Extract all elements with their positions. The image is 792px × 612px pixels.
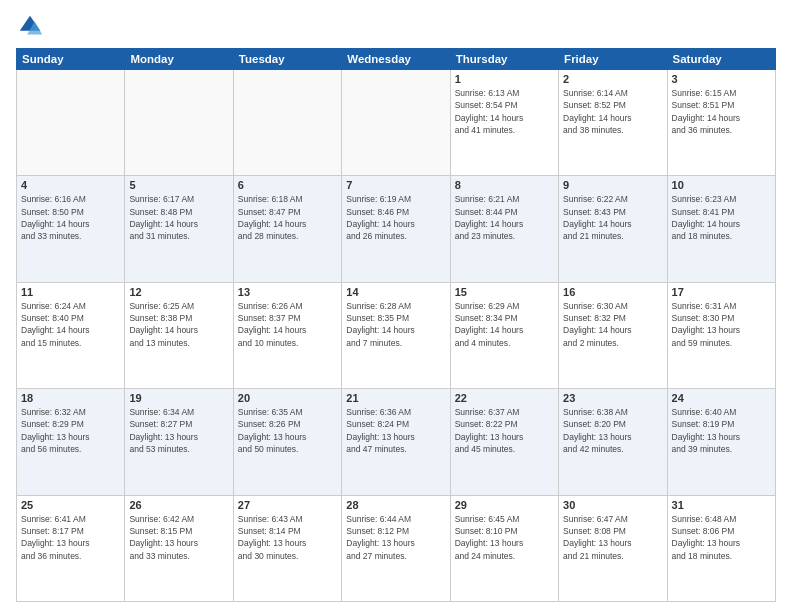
calendar-cell-4-2: 19Sunrise: 6:34 AM Sunset: 8:27 PM Dayli… [125,389,233,495]
day-detail: Sunrise: 6:44 AM Sunset: 8:12 PM Dayligh… [346,513,445,562]
day-detail: Sunrise: 6:19 AM Sunset: 8:46 PM Dayligh… [346,193,445,242]
calendar-header-wednesday: Wednesday [342,49,450,70]
calendar-cell-1-5: 1Sunrise: 6:13 AM Sunset: 8:54 PM Daylig… [450,70,558,176]
day-number: 29 [455,499,554,511]
calendar-cell-2-1: 4Sunrise: 6:16 AM Sunset: 8:50 PM Daylig… [17,176,125,282]
day-detail: Sunrise: 6:30 AM Sunset: 8:32 PM Dayligh… [563,300,662,349]
day-detail: Sunrise: 6:14 AM Sunset: 8:52 PM Dayligh… [563,87,662,136]
calendar-cell-5-1: 25Sunrise: 6:41 AM Sunset: 8:17 PM Dayli… [17,495,125,601]
calendar-header-sunday: Sunday [17,49,125,70]
calendar-header-row: SundayMondayTuesdayWednesdayThursdayFrid… [17,49,776,70]
day-number: 14 [346,286,445,298]
day-detail: Sunrise: 6:22 AM Sunset: 8:43 PM Dayligh… [563,193,662,242]
day-detail: Sunrise: 6:34 AM Sunset: 8:27 PM Dayligh… [129,406,228,455]
day-number: 15 [455,286,554,298]
day-detail: Sunrise: 6:45 AM Sunset: 8:10 PM Dayligh… [455,513,554,562]
calendar-cell-1-6: 2Sunrise: 6:14 AM Sunset: 8:52 PM Daylig… [559,70,667,176]
day-detail: Sunrise: 6:31 AM Sunset: 8:30 PM Dayligh… [672,300,771,349]
day-number: 17 [672,286,771,298]
day-number: 31 [672,499,771,511]
day-detail: Sunrise: 6:32 AM Sunset: 8:29 PM Dayligh… [21,406,120,455]
day-number: 28 [346,499,445,511]
day-detail: Sunrise: 6:26 AM Sunset: 8:37 PM Dayligh… [238,300,337,349]
calendar-cell-5-2: 26Sunrise: 6:42 AM Sunset: 8:15 PM Dayli… [125,495,233,601]
day-number: 3 [672,73,771,85]
day-detail: Sunrise: 6:21 AM Sunset: 8:44 PM Dayligh… [455,193,554,242]
day-detail: Sunrise: 6:48 AM Sunset: 8:06 PM Dayligh… [672,513,771,562]
day-number: 20 [238,392,337,404]
calendar-cell-1-7: 3Sunrise: 6:15 AM Sunset: 8:51 PM Daylig… [667,70,775,176]
calendar-week-3: 11Sunrise: 6:24 AM Sunset: 8:40 PM Dayli… [17,282,776,388]
day-number: 21 [346,392,445,404]
day-number: 24 [672,392,771,404]
calendar-header-thursday: Thursday [450,49,558,70]
day-detail: Sunrise: 6:47 AM Sunset: 8:08 PM Dayligh… [563,513,662,562]
day-number: 18 [21,392,120,404]
day-detail: Sunrise: 6:24 AM Sunset: 8:40 PM Dayligh… [21,300,120,349]
calendar-cell-1-1 [17,70,125,176]
calendar-cell-4-1: 18Sunrise: 6:32 AM Sunset: 8:29 PM Dayli… [17,389,125,495]
page: SundayMondayTuesdayWednesdayThursdayFrid… [0,0,792,612]
calendar-header-monday: Monday [125,49,233,70]
day-detail: Sunrise: 6:42 AM Sunset: 8:15 PM Dayligh… [129,513,228,562]
day-detail: Sunrise: 6:13 AM Sunset: 8:54 PM Dayligh… [455,87,554,136]
calendar-week-2: 4Sunrise: 6:16 AM Sunset: 8:50 PM Daylig… [17,176,776,282]
day-number: 19 [129,392,228,404]
day-number: 5 [129,179,228,191]
day-number: 26 [129,499,228,511]
calendar-cell-5-7: 31Sunrise: 6:48 AM Sunset: 8:06 PM Dayli… [667,495,775,601]
day-number: 4 [21,179,120,191]
calendar-cell-3-7: 17Sunrise: 6:31 AM Sunset: 8:30 PM Dayli… [667,282,775,388]
header [16,12,776,40]
day-number: 12 [129,286,228,298]
logo-icon [16,12,44,40]
calendar-cell-4-5: 22Sunrise: 6:37 AM Sunset: 8:22 PM Dayli… [450,389,558,495]
day-detail: Sunrise: 6:18 AM Sunset: 8:47 PM Dayligh… [238,193,337,242]
calendar-cell-2-7: 10Sunrise: 6:23 AM Sunset: 8:41 PM Dayli… [667,176,775,282]
calendar-cell-2-5: 8Sunrise: 6:21 AM Sunset: 8:44 PM Daylig… [450,176,558,282]
day-number: 11 [21,286,120,298]
day-number: 25 [21,499,120,511]
calendar-cell-3-3: 13Sunrise: 6:26 AM Sunset: 8:37 PM Dayli… [233,282,341,388]
day-number: 9 [563,179,662,191]
day-detail: Sunrise: 6:43 AM Sunset: 8:14 PM Dayligh… [238,513,337,562]
day-number: 13 [238,286,337,298]
calendar-cell-5-4: 28Sunrise: 6:44 AM Sunset: 8:12 PM Dayli… [342,495,450,601]
day-number: 23 [563,392,662,404]
calendar-cell-2-4: 7Sunrise: 6:19 AM Sunset: 8:46 PM Daylig… [342,176,450,282]
logo [16,12,48,40]
calendar-cell-1-3 [233,70,341,176]
calendar-cell-5-3: 27Sunrise: 6:43 AM Sunset: 8:14 PM Dayli… [233,495,341,601]
calendar-cell-1-2 [125,70,233,176]
calendar-cell-3-4: 14Sunrise: 6:28 AM Sunset: 8:35 PM Dayli… [342,282,450,388]
day-detail: Sunrise: 6:23 AM Sunset: 8:41 PM Dayligh… [672,193,771,242]
day-detail: Sunrise: 6:35 AM Sunset: 8:26 PM Dayligh… [238,406,337,455]
day-number: 22 [455,392,554,404]
day-detail: Sunrise: 6:41 AM Sunset: 8:17 PM Dayligh… [21,513,120,562]
day-number: 6 [238,179,337,191]
calendar-cell-2-2: 5Sunrise: 6:17 AM Sunset: 8:48 PM Daylig… [125,176,233,282]
calendar-cell-1-4 [342,70,450,176]
calendar-table: SundayMondayTuesdayWednesdayThursdayFrid… [16,48,776,602]
calendar-cell-3-2: 12Sunrise: 6:25 AM Sunset: 8:38 PM Dayli… [125,282,233,388]
calendar-header-saturday: Saturday [667,49,775,70]
day-number: 8 [455,179,554,191]
calendar-cell-2-6: 9Sunrise: 6:22 AM Sunset: 8:43 PM Daylig… [559,176,667,282]
day-detail: Sunrise: 6:37 AM Sunset: 8:22 PM Dayligh… [455,406,554,455]
calendar-header-tuesday: Tuesday [233,49,341,70]
calendar-cell-4-4: 21Sunrise: 6:36 AM Sunset: 8:24 PM Dayli… [342,389,450,495]
day-detail: Sunrise: 6:15 AM Sunset: 8:51 PM Dayligh… [672,87,771,136]
calendar-cell-5-5: 29Sunrise: 6:45 AM Sunset: 8:10 PM Dayli… [450,495,558,601]
calendar-week-5: 25Sunrise: 6:41 AM Sunset: 8:17 PM Dayli… [17,495,776,601]
day-detail: Sunrise: 6:40 AM Sunset: 8:19 PM Dayligh… [672,406,771,455]
day-number: 30 [563,499,662,511]
day-number: 2 [563,73,662,85]
day-detail: Sunrise: 6:17 AM Sunset: 8:48 PM Dayligh… [129,193,228,242]
calendar-cell-4-3: 20Sunrise: 6:35 AM Sunset: 8:26 PM Dayli… [233,389,341,495]
day-detail: Sunrise: 6:29 AM Sunset: 8:34 PM Dayligh… [455,300,554,349]
day-number: 27 [238,499,337,511]
calendar-cell-3-5: 15Sunrise: 6:29 AM Sunset: 8:34 PM Dayli… [450,282,558,388]
calendar-week-4: 18Sunrise: 6:32 AM Sunset: 8:29 PM Dayli… [17,389,776,495]
calendar-header-friday: Friday [559,49,667,70]
calendar-cell-3-1: 11Sunrise: 6:24 AM Sunset: 8:40 PM Dayli… [17,282,125,388]
